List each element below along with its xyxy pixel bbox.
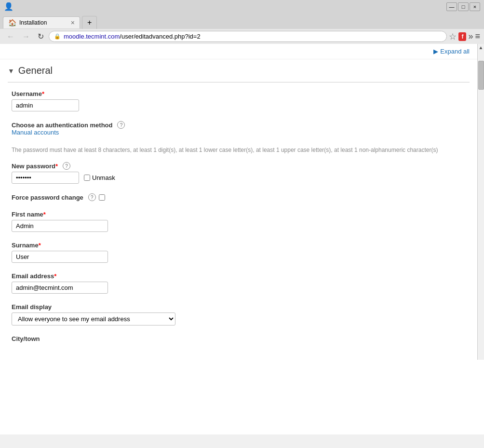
expand-all-link[interactable]: ▶ Expand all (433, 48, 470, 55)
password-required: * (55, 163, 58, 170)
email-group: Email address* (12, 272, 466, 294)
username-label: Username* (12, 90, 466, 97)
tab-title-text: Installation (19, 19, 68, 26)
email-required: * (54, 272, 56, 280)
email-display-group: Email display Allow everyone to see my e… (12, 303, 466, 326)
force-pw-row: Force password change ? (12, 193, 466, 201)
new-password-input[interactable] (12, 172, 79, 184)
first-name-input[interactable] (12, 220, 108, 232)
username-group: Username* (12, 90, 466, 111)
lock-icon: 🔒 (54, 33, 61, 40)
email-display-label: Email display (12, 303, 466, 311)
page-content: ▶ Expand all ▼ General Username* (0, 44, 484, 434)
forward-button[interactable]: → (19, 31, 33, 42)
address-url: moodle.tecmint.com/user/editadvanced.php… (64, 33, 201, 40)
password-help-icon[interactable]: ? (63, 162, 70, 170)
auth-method-group: Choose an authentication method ? Manual… (12, 121, 466, 136)
general-section-header[interactable]: ▼ General (0, 59, 477, 82)
auth-method-help-icon[interactable]: ? (117, 121, 125, 129)
new-password-group: New password* ? Unmask (12, 162, 466, 184)
flipboard-button[interactable]: f (458, 32, 466, 41)
expand-all-arrow: ▶ (433, 48, 438, 55)
browser-tab[interactable]: 🏠 Installation × (3, 16, 80, 28)
tab-favicon: 🏠 (8, 19, 16, 27)
section-title: General (18, 65, 53, 76)
menu-icon[interactable]: ≡ (475, 31, 480, 41)
expand-all-bar: ▶ Expand all (0, 44, 477, 59)
city-group: City/town (12, 335, 466, 342)
address-bar[interactable]: 🔒 moodle.tecmint.com/user/editadvanced.p… (49, 31, 447, 42)
password-hint: The password must have at least 8 charac… (12, 146, 466, 154)
first-name-group: First name* (12, 211, 466, 232)
unmask-row: Unmask (84, 174, 115, 181)
url-domain: moodle.tecmint.com (64, 33, 120, 40)
force-pw-checkbox[interactable] (99, 194, 105, 201)
reload-button[interactable]: ↻ (35, 31, 47, 42)
tab-close-icon[interactable]: × (71, 19, 75, 27)
star-icon[interactable]: ☆ (449, 31, 457, 42)
scrollbar[interactable]: ▲ (477, 44, 484, 360)
force-pw-help-icon[interactable]: ? (88, 193, 96, 201)
scroll-up-arrow[interactable]: ▲ (478, 44, 484, 51)
email-display-select[interactable]: Allow everyone to see my email address A… (12, 312, 175, 326)
unmask-label: Unmask (92, 174, 115, 181)
expand-all-label: Expand all (440, 48, 470, 55)
force-password-group: Force password change ? (12, 193, 466, 201)
surname-required: * (39, 242, 41, 249)
username-input[interactable] (12, 99, 79, 111)
back-button[interactable]: ← (4, 31, 17, 42)
surname-group: Surname* (12, 242, 466, 263)
new-password-label: New password* (12, 163, 58, 170)
auth-method-value: Manual accounts (12, 129, 466, 136)
extensions-icon[interactable]: » (468, 31, 473, 41)
scrollbar-thumb[interactable] (478, 61, 484, 90)
surname-input[interactable] (12, 251, 108, 263)
minimize-button[interactable]: — (446, 2, 457, 11)
section-toggle-icon: ▼ (8, 67, 14, 75)
profile-icon: 👤 (4, 2, 13, 11)
auth-method-label: Choose an authentication method (12, 122, 112, 129)
url-path: /user/editadvanced.php?id=2 (120, 33, 200, 40)
close-button[interactable]: × (470, 2, 480, 11)
maximize-button[interactable]: □ (458, 2, 469, 11)
password-row: Unmask (12, 172, 466, 184)
unmask-checkbox[interactable] (84, 175, 90, 181)
city-label: City/town (12, 335, 466, 342)
surname-label: Surname* (12, 242, 466, 249)
new-tab-button[interactable]: + (82, 16, 97, 29)
username-required: * (42, 90, 44, 97)
email-input[interactable] (12, 282, 108, 294)
first-name-label: First name* (12, 211, 466, 218)
force-pw-label: Force password change (12, 194, 83, 201)
form-body: Username* Choose an authentication metho… (0, 82, 477, 360)
email-label: Email address* (12, 272, 466, 280)
firstname-required: * (43, 211, 46, 218)
